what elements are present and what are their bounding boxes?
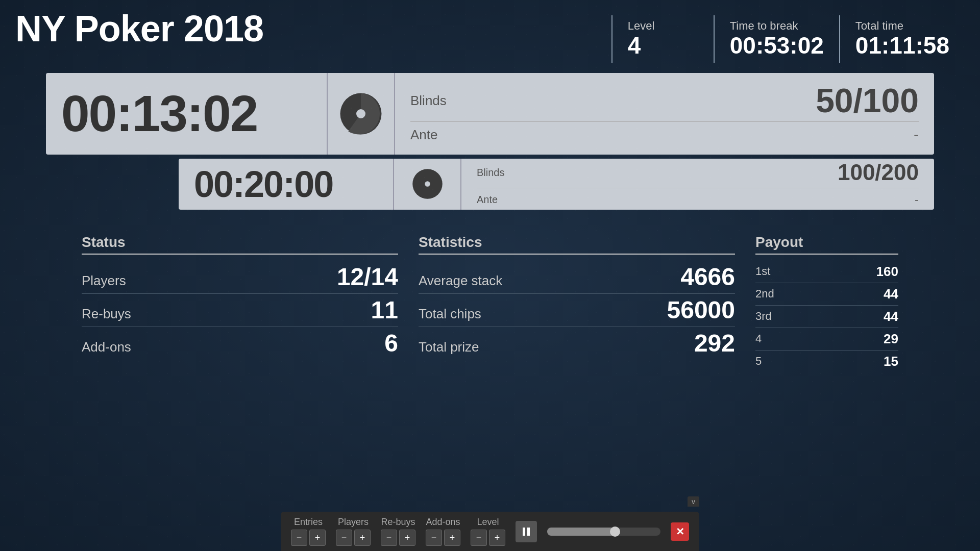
- level-control: Level − +: [471, 517, 505, 546]
- v-button[interactable]: v: [688, 496, 699, 507]
- players-row: Players 12/14: [82, 261, 398, 294]
- svg-point-3: [425, 181, 430, 186]
- time-to-break-label: Time to break: [730, 19, 824, 33]
- next-blinds-section: Blinds 100/200 Ante -: [461, 159, 934, 210]
- rebuys-control: Re-buys − +: [381, 517, 415, 546]
- addons-buttons: − +: [426, 530, 460, 546]
- next-ante-row: Ante -: [477, 188, 919, 210]
- level-plus[interactable]: +: [489, 530, 505, 546]
- addons-value: 6: [384, 331, 398, 356]
- status-column: Status Players 12/14 Re-buys 11 Add-ons …: [82, 234, 398, 372]
- addons-ctrl-label: Add-ons: [426, 517, 460, 528]
- next-pie-container: [394, 167, 460, 201]
- statistics-header: Statistics: [419, 234, 735, 255]
- level-label: Level: [628, 19, 698, 33]
- payout-rows: 1st 160 2nd 44 3rd 44 4 29 5 15: [755, 261, 898, 372]
- payout-header: Payout: [755, 234, 898, 255]
- payout-place: 4: [755, 332, 762, 345]
- payout-place: 3rd: [755, 310, 772, 323]
- avg-stack-label: Average stack: [419, 273, 502, 289]
- entries-minus[interactable]: −: [291, 530, 307, 546]
- payout-amount: 44: [884, 309, 898, 324]
- rebuys-row: Re-buys 11: [82, 294, 398, 327]
- entries-control: Entries − +: [291, 517, 326, 546]
- payout-row: 5 15: [755, 350, 898, 372]
- total-time-stat: Total time 01:11:58: [839, 15, 965, 63]
- payout-column: Payout 1st 160 2nd 44 3rd 44 4 29 5 15: [755, 234, 898, 372]
- total-prize-row: Total prize 292: [419, 327, 735, 360]
- next-blinds-label: Blinds: [477, 167, 504, 179]
- blinds-label: Blinds: [410, 93, 447, 109]
- current-timer: 00:13:02: [46, 84, 327, 143]
- pause-button[interactable]: [516, 521, 537, 542]
- payout-amount: 160: [876, 264, 898, 280]
- svg-rect-4: [523, 528, 525, 536]
- level-buttons: − +: [471, 530, 505, 546]
- time-to-break-stat: Time to break 00:53:02: [714, 15, 839, 63]
- pie-chart: [338, 91, 384, 137]
- pause-icon: [521, 526, 532, 537]
- level-value: 4: [628, 33, 698, 59]
- addons-label: Add-ons: [82, 339, 131, 355]
- ante-value: -: [914, 126, 919, 143]
- blinds-section: Blinds 50/100 Ante -: [395, 74, 934, 153]
- timer-section: 00:13:02 Blinds 50/100 Ante - 00:20:00: [0, 63, 980, 210]
- players-buttons: − +: [336, 530, 371, 546]
- players-value: 12/14: [337, 265, 398, 289]
- players-ctrl-label: Players: [338, 517, 369, 528]
- blinds-value: 50/100: [816, 84, 919, 117]
- level-minus[interactable]: −: [471, 530, 487, 546]
- payout-place: 5: [755, 355, 762, 368]
- next-pie-chart: [411, 167, 444, 201]
- payout-row: 2nd 44: [755, 283, 898, 306]
- next-blinds-value: 100/200: [838, 161, 919, 184]
- players-control: Players − +: [336, 517, 371, 546]
- rebuys-ctrl-label: Re-buys: [381, 517, 415, 528]
- payout-place: 2nd: [755, 287, 774, 300]
- total-prize-value: 292: [694, 331, 735, 356]
- next-blinds-row: Blinds 100/200: [477, 159, 919, 189]
- progress-bar[interactable]: [547, 528, 660, 536]
- rebuys-label: Re-buys: [82, 306, 131, 322]
- rebuys-buttons: − +: [381, 530, 415, 546]
- payout-place: 1st: [755, 265, 770, 278]
- rebuys-minus[interactable]: −: [381, 530, 397, 546]
- payout-row: 1st 160: [755, 261, 898, 283]
- current-level-panel: 00:13:02 Blinds 50/100 Ante -: [46, 73, 934, 155]
- total-time-value: 01:11:58: [855, 33, 949, 59]
- svg-rect-5: [527, 528, 530, 536]
- bottom-stats: Status Players 12/14 Re-buys 11 Add-ons …: [0, 214, 980, 372]
- total-chips-value: 56000: [667, 298, 735, 322]
- total-time-label: Total time: [855, 19, 949, 33]
- ante-label: Ante: [410, 127, 438, 143]
- app-title: NY Poker 2018: [15, 10, 263, 47]
- entries-buttons: − +: [291, 530, 326, 546]
- control-bar: v Entries − + Players − + Re-buys − + Ad…: [281, 512, 699, 551]
- addons-plus[interactable]: +: [444, 530, 460, 546]
- rebuys-plus[interactable]: +: [399, 530, 415, 546]
- status-header: Status: [82, 234, 398, 255]
- addons-row: Add-ons 6: [82, 327, 398, 360]
- players-plus[interactable]: +: [354, 530, 371, 546]
- payout-amount: 29: [884, 331, 898, 347]
- blinds-row: Blinds 50/100: [410, 80, 919, 122]
- avg-stack-row: Average stack 4666: [419, 261, 735, 294]
- payout-amount: 44: [884, 286, 898, 302]
- next-ante-value: -: [915, 192, 919, 207]
- close-button[interactable]: ✕: [671, 522, 689, 541]
- total-chips-row: Total chips 56000: [419, 294, 735, 327]
- ante-row: Ante -: [410, 122, 919, 147]
- pie-container: [328, 91, 394, 137]
- total-chips-label: Total chips: [419, 306, 481, 322]
- svg-point-1: [356, 109, 365, 118]
- avg-stack-value: 4666: [680, 265, 735, 289]
- addons-minus[interactable]: −: [426, 530, 442, 546]
- entries-plus[interactable]: +: [309, 530, 326, 546]
- next-level-panel: 00:20:00 Blinds 100/200 Ante -: [179, 159, 934, 210]
- total-prize-label: Total prize: [419, 339, 479, 355]
- level-stat: Level 4: [611, 15, 714, 63]
- header-stats: Level 4 Time to break 00:53:02 Total tim…: [611, 15, 965, 63]
- players-minus[interactable]: −: [336, 530, 352, 546]
- progress-fill: [547, 528, 615, 536]
- rebuys-value: 11: [371, 298, 398, 322]
